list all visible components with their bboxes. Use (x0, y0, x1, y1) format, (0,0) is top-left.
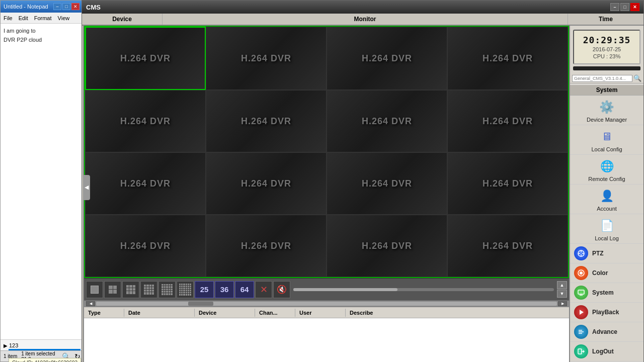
cms-minimize-btn[interactable]: – (610, 3, 619, 11)
folder-icon: ▶ (4, 343, 8, 348)
remote-config-item[interactable]: 🌐 Remote Config (570, 155, 643, 185)
monitor-cell-10[interactable]: H.264 DVR (327, 152, 447, 215)
monitor-cell-15[interactable]: H.264 DVR (447, 215, 568, 277)
monitor-cell-7-label: H.264 DVR (482, 116, 533, 127)
advance-nav-item[interactable]: Advance (570, 322, 643, 342)
volume-slider[interactable] (293, 288, 554, 291)
monitor-grid: H.264 DVR H.264 DVR H.264 DVR H.264 DVR … (84, 26, 569, 278)
time-value: 20:29:35 (577, 35, 636, 45)
advance-label: Advance (592, 328, 617, 335)
logout-icon (574, 344, 588, 358)
notepad-content[interactable]: I am going to DVR P2P cloud (1, 24, 83, 339)
monitor-cell-1[interactable]: H.264 DVR (206, 27, 327, 90)
cms-window-controls: – □ ✕ (610, 3, 639, 11)
tree-root-123[interactable]: ▶ 123 (3, 342, 80, 349)
notepad-maximize-btn[interactable]: □ (62, 3, 70, 10)
menu-format[interactable]: Format (31, 14, 55, 22)
header-time: Time (568, 14, 643, 25)
playback-icon (574, 305, 588, 319)
cms-title: CMS (86, 4, 101, 11)
playback-nav-item[interactable]: PlayBack (570, 303, 643, 322)
monitor-cell-15-label: H.264 DVR (482, 241, 533, 251)
scroll-up-btn[interactable]: ▲ (557, 281, 567, 289)
log-header: Type Date Device Chan... User Describe (84, 307, 569, 318)
cms-titlebar: CMS – □ ✕ (82, 1, 643, 14)
layout-64-num-label: 64 (240, 285, 249, 294)
device-manager-item[interactable]: ⚙️ Device Manager (570, 96, 643, 125)
color-nav-item[interactable]: Color (570, 263, 643, 283)
svg-rect-7 (578, 290, 584, 294)
menu-edit[interactable]: Edit (16, 14, 31, 22)
notepad-line1: I am going to (4, 27, 79, 36)
monitor-cell-2[interactable]: H.264 DVR (327, 27, 447, 90)
notepad-minimize-btn[interactable]: – (53, 3, 61, 10)
right-search-input[interactable] (572, 75, 632, 82)
notepad-close-btn[interactable]: ✕ (71, 3, 79, 10)
ptz-nav-item[interactable]: PTZ (570, 244, 643, 263)
layout-25-num-label: 25 (200, 285, 209, 294)
monitor-controls: 25 36 64 ✕ 🔇 ▲ (84, 278, 569, 300)
monitor-area: H.264 DVR H.264 DVR H.264 DVR H.264 DVR … (84, 26, 569, 362)
monitor-cell-7[interactable]: H.264 DVR (447, 90, 568, 152)
scrollbar-track[interactable] (96, 302, 557, 306)
cms-window: CMS – □ ✕ Device Monitor Time ◀ (82, 0, 644, 362)
monitor-cell-13[interactable]: H.264 DVR (206, 215, 327, 277)
monitor-scrollbar[interactable]: ◀ ▶ (84, 300, 569, 306)
log-body (84, 318, 569, 362)
system-nav-item[interactable]: System (570, 283, 643, 303)
scroll-right-btn[interactable]: ▶ (558, 301, 567, 306)
mute-btn[interactable]: 🔇 (273, 281, 290, 298)
logout-nav-item[interactable]: LogOut (570, 342, 643, 361)
account-item[interactable]: 👤 Account (570, 185, 643, 214)
layout-64-num-btn[interactable]: 64 (235, 281, 254, 298)
scroll-down-btn[interactable]: ▼ (557, 290, 567, 298)
scroll-left-btn[interactable]: ◀ (86, 301, 95, 306)
monitor-cell-5[interactable]: H.264 DVR (206, 90, 327, 152)
device-manager-icon: ⚙️ (598, 99, 615, 116)
log-col-date: Date (124, 309, 195, 317)
monitor-cell-10-label: H.264 DVR (362, 178, 412, 189)
notepad-line2: DVR P2P cloud (4, 36, 79, 45)
system-nav-icon (574, 286, 588, 300)
monitor-cell-3[interactable]: H.264 DVR (447, 27, 568, 90)
menu-view[interactable]: View (55, 14, 73, 22)
notepad-menubar: File Edit Format View (1, 13, 83, 24)
monitor-cell-12-label: H.264 DVR (120, 241, 171, 251)
layout-9-btn[interactable] (122, 281, 139, 298)
right-panel: 20:29:35 2016-07-25 CPU : 23% 🔍 System ⚙… (569, 26, 643, 362)
monitor-cell-14[interactable]: H.264 DVR (327, 215, 447, 277)
local-log-item[interactable]: 📄 Local Log (570, 214, 643, 244)
layout-25-num-btn[interactable]: 25 (195, 281, 214, 298)
close-view-btn[interactable]: ✕ (255, 281, 272, 298)
monitor-cell-8[interactable]: H.264 DVR (85, 152, 206, 215)
menu-file[interactable]: File (1, 14, 16, 22)
monitor-cell-11[interactable]: H.264 DVR (447, 152, 568, 215)
monitor-cell-3-label: H.264 DVR (482, 53, 533, 64)
layout-36-btn[interactable] (177, 281, 194, 298)
cpu-value: CPU : 23% (577, 53, 636, 59)
layout-4-btn[interactable] (104, 281, 121, 298)
tree-root-label: 123 (9, 342, 18, 348)
monitor-cell-9-label: H.264 DVR (241, 178, 291, 189)
right-search-icon[interactable]: 🔍 (633, 74, 641, 82)
cms-body: ◀ H.264 DVR H.264 DVR H.264 DVR H.264 DV… (82, 26, 643, 362)
layout-36-num-btn[interactable]: 36 (215, 281, 234, 298)
layout-25-btn[interactable] (158, 281, 176, 298)
monitor-cell-4[interactable]: H.264 DVR (85, 90, 206, 152)
monitor-cell-6[interactable]: H.264 DVR (327, 90, 447, 152)
monitor-cell-9[interactable]: H.264 DVR (206, 152, 327, 215)
header-time-label: Time (599, 16, 613, 23)
cms-restore-btn[interactable]: □ (620, 3, 629, 11)
layout-16-btn[interactable] (140, 281, 157, 298)
system-nav-label: System (592, 289, 614, 296)
monitor-cell-14-label: H.264 DVR (362, 241, 412, 251)
log-col-user: User (295, 309, 346, 317)
local-config-label: Local Config (591, 146, 622, 152)
monitor-cell-0[interactable]: H.264 DVR (85, 27, 206, 90)
local-config-item[interactable]: 🖥 Local Config (570, 125, 643, 155)
monitor-cell-12[interactable]: H.264 DVR (85, 215, 206, 277)
layout-1-btn[interactable] (86, 281, 103, 298)
scroll-arrows: ▲ ▼ (557, 281, 567, 298)
cms-close-btn[interactable]: ✕ (630, 3, 639, 11)
panel-collapse-btn[interactable]: ◀ (83, 175, 90, 200)
